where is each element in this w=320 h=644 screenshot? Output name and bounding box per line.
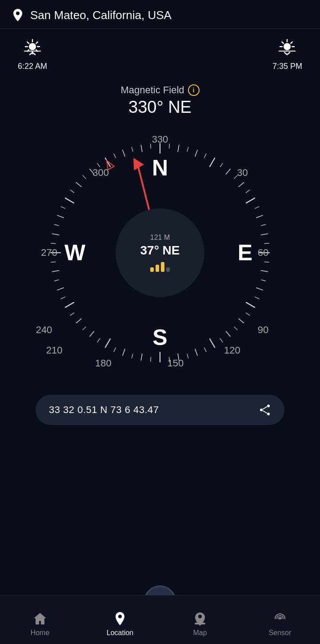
nav-map[interactable]: Map (173, 611, 227, 637)
deg-240: 240 (36, 324, 52, 336)
svg-line-24 (263, 407, 267, 409)
magnetic-section: Magnetic Field i 330° NE (0, 80, 320, 119)
sun-times: 6:22 AM 7:35 PM (0, 29, 320, 80)
location-icon (112, 611, 128, 626)
sunset-item: 7:35 PM (272, 38, 302, 71)
share-icon[interactable] (259, 404, 271, 416)
svg-marker-19 (128, 155, 144, 171)
header: San Mateo, California, USA (0, 0, 320, 29)
sunset-icon (277, 38, 297, 59)
sunrise-time: 6:22 AM (18, 62, 47, 71)
nav-home-label: Home (31, 629, 50, 637)
sunset-time: 7:35 PM (272, 62, 302, 71)
svg-point-0 (29, 43, 36, 50)
magnetic-label: Magnetic Field i (0, 84, 320, 96)
nav-location-label: Location (107, 629, 134, 637)
bar-2 (156, 265, 159, 272)
svg-point-21 (267, 405, 270, 407)
compass-center: 121 M 37° NE (116, 208, 204, 297)
nav-sensor[interactable]: Sensor (253, 611, 307, 637)
header-location-icon (11, 8, 25, 22)
svg-point-22 (267, 413, 270, 415)
svg-line-14 (282, 42, 284, 44)
sunrise-icon (23, 38, 42, 59)
coordinates-text: 33 32 0.51 N 73 6 43.47 (49, 404, 159, 416)
svg-line-25 (263, 411, 267, 413)
compass: 330 300 270 240 210 180 150 120 90 60 30… (31, 124, 289, 382)
bar-4 (166, 267, 170, 272)
nav-map-label: Map (193, 629, 207, 637)
bar-3 (161, 262, 164, 272)
nav-location[interactable]: Location (93, 611, 147, 637)
home-icon (32, 611, 48, 626)
sensor-icon (272, 611, 288, 626)
bearing: 37° NE (140, 243, 180, 258)
svg-line-15 (291, 42, 293, 44)
coordinates-bar[interactable]: 33 32 0.51 N 73 6 43.47 (36, 395, 284, 425)
svg-point-27 (279, 618, 281, 620)
header-location-text: San Mateo, California, USA (30, 8, 172, 22)
map-icon (192, 611, 208, 626)
nav-sensor-label: Sensor (269, 629, 292, 637)
svg-line-7 (36, 42, 38, 44)
bottom-navigation: Home Location Map Sensor (0, 595, 320, 644)
signal-bars (150, 259, 170, 272)
svg-point-10 (284, 43, 291, 50)
svg-point-23 (260, 409, 263, 411)
svg-marker-20 (104, 159, 114, 170)
nav-home[interactable]: Home (13, 611, 67, 637)
bar-1 (150, 267, 154, 272)
deg-210: 210 (46, 345, 63, 356)
svg-rect-26 (195, 623, 205, 624)
sunrise-item: 6:22 AM (18, 38, 47, 71)
altitude: 121 M (150, 234, 170, 242)
svg-line-5 (27, 42, 29, 44)
